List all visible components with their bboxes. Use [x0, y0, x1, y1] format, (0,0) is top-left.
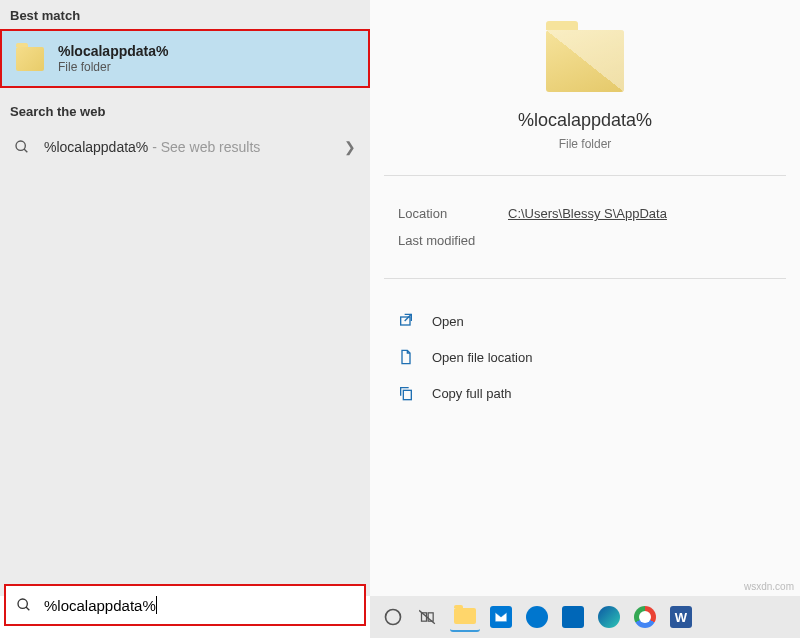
copy-icon [398, 385, 414, 401]
chrome-icon[interactable] [630, 602, 660, 632]
taskbar: W [370, 596, 800, 638]
svg-line-1 [24, 149, 27, 152]
svg-point-0 [16, 141, 25, 150]
search-results-panel: Best match %localappdata% File folder Se… [0, 0, 370, 596]
store-icon[interactable] [558, 602, 588, 632]
preview-title: %localappdata% [394, 110, 776, 131]
preview-subtitle: File folder [394, 137, 776, 151]
watermark: wsxdn.com [744, 581, 794, 592]
copy-path-action[interactable]: Copy full path [370, 375, 800, 411]
open-location-label: Open file location [432, 350, 532, 365]
location-link[interactable]: C:\Users\Blessy S\AppData [508, 206, 667, 221]
text-cursor [156, 596, 157, 614]
folder-icon [16, 47, 44, 71]
search-icon [16, 597, 32, 613]
open-label: Open [432, 314, 464, 329]
copy-path-label: Copy full path [432, 386, 512, 401]
web-result[interactable]: %localappdata% - See web results ❯ [0, 125, 370, 169]
folder-icon [546, 30, 624, 92]
search-web-header: Search the web [0, 96, 370, 125]
svg-line-5 [26, 607, 29, 610]
task-view-icon[interactable] [414, 602, 444, 632]
svg-point-6 [386, 610, 401, 625]
search-box[interactable]: %localappdata% [4, 584, 366, 626]
location-row: Location C:\Users\Blessy S\AppData [370, 200, 800, 227]
modified-row: Last modified [370, 227, 800, 254]
best-match-title: %localappdata% [58, 43, 168, 59]
preview-panel: %localappdata% File folder Location C:\U… [370, 0, 800, 596]
open-icon [398, 313, 414, 329]
mail-icon[interactable] [486, 602, 516, 632]
svg-rect-3 [403, 390, 411, 399]
cortana-icon[interactable] [378, 602, 408, 632]
file-location-icon [398, 349, 414, 365]
web-query: %localappdata% [44, 139, 148, 155]
search-input-text: %localappdata% [44, 597, 156, 614]
location-label: Location [398, 206, 508, 221]
modified-label: Last modified [398, 233, 508, 248]
web-suffix: - See web results [148, 139, 260, 155]
dell-icon[interactable] [522, 602, 552, 632]
word-icon[interactable]: W [666, 602, 696, 632]
divider [384, 175, 786, 176]
best-match-subtitle: File folder [58, 60, 168, 74]
best-match-header: Best match [0, 0, 370, 29]
file-explorer-icon[interactable] [450, 602, 480, 632]
open-location-action[interactable]: Open file location [370, 339, 800, 375]
svg-point-4 [18, 599, 27, 608]
best-match-result[interactable]: %localappdata% File folder [0, 29, 370, 88]
divider [384, 278, 786, 279]
chevron-right-icon: ❯ [344, 139, 356, 155]
edge-icon[interactable] [594, 602, 624, 632]
open-action[interactable]: Open [370, 303, 800, 339]
search-icon [14, 139, 30, 155]
